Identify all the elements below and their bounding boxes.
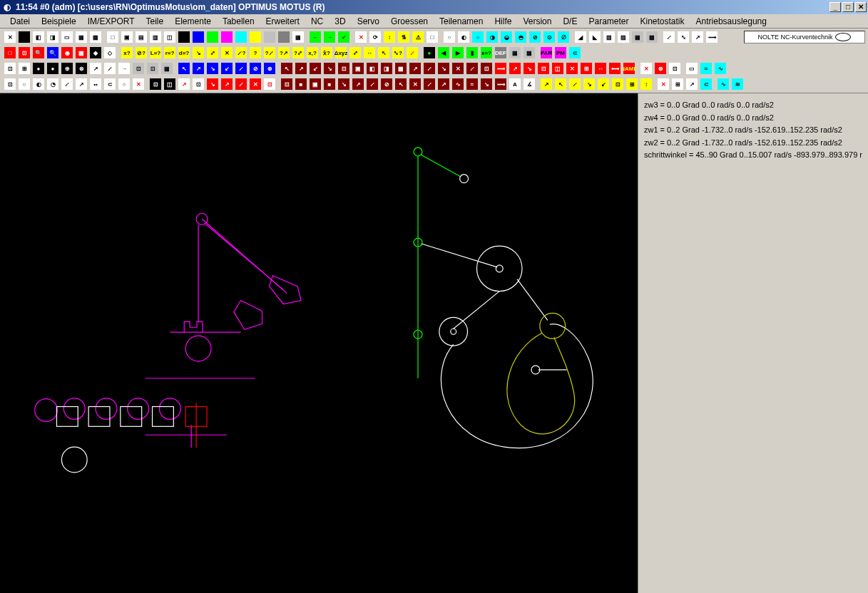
- menu-teilenamen[interactable]: Teilenamen: [434, 15, 489, 28]
- tool-button-2-30[interactable]: ↗: [408, 61, 422, 76]
- tool-button-1-6[interactable]: ◆: [88, 46, 103, 60]
- tool-button-0-36[interactable]: ○: [471, 30, 485, 44]
- tool-button-1-2[interactable]: 🔍: [31, 46, 46, 60]
- tool-button-0-19[interactable]: [262, 30, 277, 44]
- tool-button-3-31[interactable]: ⟋: [422, 77, 436, 91]
- tool-button-3-43[interactable]: ↘: [582, 77, 596, 91]
- tool-button-2-2[interactable]: ●: [31, 61, 46, 76]
- tool-button-3-38[interactable]: ∡: [522, 77, 536, 91]
- tool-button-0-45[interactable]: ◣: [588, 30, 602, 44]
- tool-button-2-25[interactable]: ⊡: [337, 61, 351, 76]
- tool-button-3-34[interactable]: ≈: [465, 77, 479, 91]
- tool-button-0-41[interactable]: ⊙: [542, 30, 556, 44]
- tool-button-1-17[interactable]: ⟋?: [234, 46, 248, 60]
- tool-button-3-11[interactable]: ⊡: [148, 77, 163, 91]
- tool-button-2-53[interactable]: ∿: [713, 61, 727, 76]
- tool-button-1-7[interactable]: ◇: [103, 46, 117, 60]
- tool-button-3-8[interactable]: ○: [117, 77, 131, 91]
- menu-tabellen[interactable]: Tabellen: [217, 15, 260, 28]
- tool-button-2-1[interactable]: ⊞: [17, 61, 31, 76]
- tool-button-0-14[interactable]: [191, 30, 205, 44]
- tool-button-3-41[interactable]: ↖: [553, 77, 568, 91]
- tool-button-3-46[interactable]: ⊞: [625, 77, 639, 91]
- tool-button-1-20[interactable]: ?↗: [277, 46, 291, 60]
- tool-button-3-27[interactable]: ⟋: [365, 77, 379, 91]
- menu-groessen[interactable]: Groessen: [385, 15, 434, 28]
- tool-button-2-22[interactable]: ↗: [294, 61, 308, 76]
- tool-button-0-4[interactable]: ▭: [60, 30, 74, 44]
- tool-button-2-39[interactable]: ⊡: [536, 61, 551, 76]
- tool-button-0-30[interactable]: ⇅: [397, 30, 411, 44]
- tool-button-3-26[interactable]: ↗: [351, 77, 365, 91]
- menu-de[interactable]: D/E: [557, 15, 583, 28]
- tool-button-0-3[interactable]: ◨: [46, 30, 60, 44]
- tool-button-0-31[interactable]: ⚠: [411, 30, 425, 44]
- tool-button-1-31[interactable]: ●: [422, 46, 436, 60]
- tool-button-3-49[interactable]: ✕: [656, 77, 670, 91]
- tool-button-1-3[interactable]: 🔍: [46, 46, 60, 60]
- tool-button-1-5[interactable]: ▦: [74, 46, 88, 60]
- tool-button-1-10[interactable]: ⊘?: [134, 46, 148, 60]
- minimize-button[interactable]: _: [829, 2, 841, 12]
- tool-button-3-6[interactable]: ••: [88, 77, 103, 91]
- tool-button-2-32[interactable]: ↘: [436, 61, 451, 76]
- tool-button-3-3[interactable]: ◔: [46, 77, 60, 91]
- tool-button-3-33[interactable]: ∿: [451, 77, 465, 91]
- tool-button-3-44[interactable]: ↙: [596, 77, 611, 91]
- tool-button-2-41[interactable]: ✕: [565, 61, 579, 76]
- tool-button-0-1[interactable]: [17, 30, 31, 44]
- tool-button-0-34[interactable]: ○: [442, 30, 456, 44]
- tool-button-3-51[interactable]: ↗: [685, 77, 699, 91]
- tool-button-2-24[interactable]: ↘: [322, 61, 337, 76]
- menu-imexport[interactable]: IM/EXPORT: [82, 15, 141, 28]
- tool-button-1-38[interactable]: ▩: [522, 46, 536, 60]
- tool-button-0-42[interactable]: ∅: [556, 30, 571, 44]
- tool-button-0-29[interactable]: ↕: [382, 30, 397, 44]
- tool-button-3-50[interactable]: ⊞: [670, 77, 685, 91]
- tool-button-2-26[interactable]: ▣: [351, 61, 365, 76]
- tool-button-1-36[interactable]: DEF: [494, 46, 508, 60]
- tool-button-0-44[interactable]: ◢: [573, 30, 588, 44]
- tool-button-2-31[interactable]: ⟋: [422, 61, 436, 76]
- tool-button-2-8[interactable]: →: [117, 61, 131, 76]
- menu-parameter[interactable]: Parameter: [583, 15, 634, 28]
- tool-button-3-0[interactable]: ⊡: [3, 77, 17, 91]
- tool-button-0-52[interactable]: ⤡: [676, 30, 690, 44]
- tool-button-1-9[interactable]: x?: [120, 46, 134, 60]
- tool-button-0-18[interactable]: [248, 30, 262, 44]
- tool-button-3-5[interactable]: ↗: [74, 77, 88, 91]
- tool-button-1-35[interactable]: x=?: [479, 46, 494, 60]
- tool-button-2-43[interactable]: ↔: [593, 61, 608, 76]
- tool-button-3-7[interactable]: ⊂: [103, 77, 117, 91]
- tool-button-0-40[interactable]: ⊘: [528, 30, 542, 44]
- tool-button-3-42[interactable]: ⟋: [568, 77, 582, 91]
- tool-button-1-21[interactable]: ?⤢: [291, 46, 305, 60]
- tool-button-3-1[interactable]: ○: [17, 77, 31, 91]
- tool-button-0-23[interactable]: ←: [308, 30, 322, 44]
- tool-button-1-0[interactable]: □: [3, 46, 17, 60]
- tool-button-0-0[interactable]: ✕: [3, 30, 17, 44]
- drawing-canvas[interactable]: [0, 93, 638, 593]
- close-button[interactable]: ✕: [855, 2, 867, 12]
- tool-button-2-9[interactable]: ⊡: [131, 61, 145, 76]
- menu-3d[interactable]: 3D: [329, 15, 351, 28]
- tool-button-0-20[interactable]: [277, 30, 291, 44]
- tool-button-0-17[interactable]: [234, 30, 248, 44]
- tool-button-1-32[interactable]: ◀: [436, 46, 451, 60]
- tool-button-0-38[interactable]: ◒: [499, 30, 514, 44]
- tool-button-1-11[interactable]: L=?: [148, 46, 163, 60]
- tool-button-0-8[interactable]: □: [106, 30, 120, 44]
- tool-button-2-7[interactable]: ⟋: [103, 61, 117, 76]
- tool-button-0-5[interactable]: ▦: [74, 30, 88, 44]
- tool-button-3-37[interactable]: A: [508, 77, 522, 91]
- tool-button-2-35[interactable]: ⊡: [479, 61, 494, 76]
- tool-button-2-37[interactable]: ↗: [508, 61, 522, 76]
- tool-button-3-32[interactable]: ↗: [436, 77, 451, 91]
- tool-button-1-12[interactable]: r=?: [163, 46, 177, 60]
- tool-button-1-41[interactable]: PM: [553, 46, 568, 60]
- tool-button-2-45[interactable]: NAME: [622, 61, 636, 76]
- tool-button-1-34[interactable]: ▮: [465, 46, 479, 60]
- tool-button-0-6[interactable]: ▩: [88, 30, 103, 44]
- tool-button-2-42[interactable]: ⊞: [579, 61, 593, 76]
- tool-button-0-54[interactable]: ⟶: [705, 30, 719, 44]
